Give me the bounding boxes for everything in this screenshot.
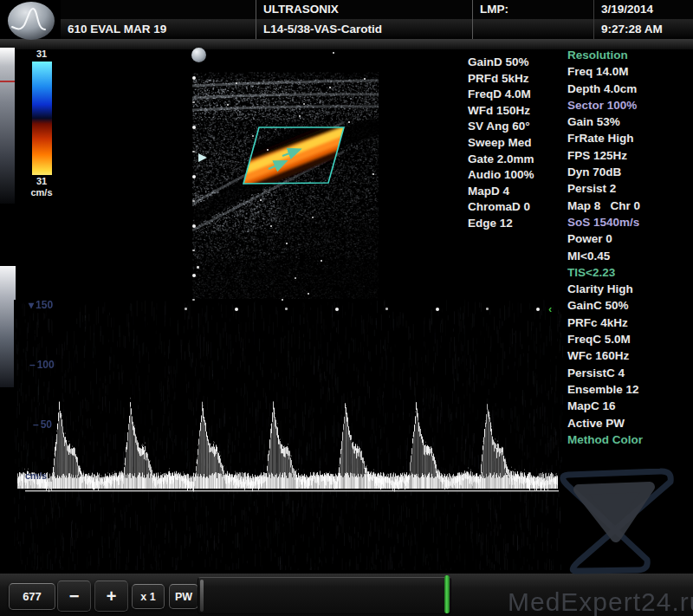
param-line: Map 8 Chr 0	[567, 198, 643, 214]
color-scale-unit: cm/s	[27, 187, 56, 198]
header-bar: 610 EVAL MAR 19 ULTRASONIX L14-5/38-VAS-…	[0, 0, 693, 39]
param-line: Power 0	[567, 230, 643, 247]
param-line: FPS 125Hz	[567, 147, 643, 164]
param-line: Active PW	[567, 415, 643, 431]
speckle-dot	[260, 199, 262, 201]
param-line: PRFd 5kHz	[468, 71, 534, 88]
speckle-dot	[227, 104, 229, 106]
bmode-image-area	[192, 72, 379, 299]
param-line: Dyn 70dB	[567, 164, 643, 180]
time-ruler-dot	[335, 308, 339, 311]
param-line: Depth 4.0cm	[567, 81, 643, 97]
param-line: Sweep Med	[468, 135, 534, 152]
velocity-tick-100: –100	[29, 359, 55, 371]
lmp-label: LMP:	[473, 0, 593, 19]
speckle-dot	[282, 299, 283, 301]
param-line: Edge 12	[468, 216, 534, 232]
param-line: MI<0.45	[567, 248, 643, 264]
speckle-dot	[197, 266, 199, 269]
speckle-dot	[312, 217, 314, 218]
patient-id: 610 EVAL MAR 19	[61, 19, 256, 39]
speckle-dot	[321, 260, 322, 262]
color-scale-min: 31	[27, 176, 56, 186]
sweep-cursor-icon: ‹	[548, 302, 552, 315]
speckle-dot	[308, 293, 309, 295]
param-line: PersistC 4	[567, 365, 643, 381]
depth-ruler-dot	[192, 224, 196, 228]
cine-step-back-button[interactable]: −	[57, 580, 91, 612]
param-line: WFc 160Hz	[567, 347, 643, 364]
transducer-preset: L14-5/38-VAS-Carotid	[256, 19, 472, 39]
speckle-dot	[348, 121, 350, 123]
param-line: Gain 53%	[567, 113, 643, 130]
depth-ruler-dot	[192, 175, 196, 178]
speckle-dot	[364, 78, 366, 80]
param-line: MapC 16	[567, 398, 643, 414]
time-ruler-dot	[235, 308, 238, 311]
color-doppler-box-overlay	[192, 72, 379, 299]
focus-arrow-icon	[198, 153, 207, 162]
color-doppler-scale-bar	[32, 62, 52, 175]
time-ruler-dot	[185, 308, 187, 310]
param-line: FrRate High	[567, 130, 643, 146]
speckle-dot	[333, 52, 334, 54]
depth-ruler-dot	[192, 200, 195, 203]
doppler-parameter-column: GainD 50%PRFd 5kHzFreqD 4.0MWFd 150HzSV …	[468, 55, 534, 232]
param-line: Resolution	[567, 47, 643, 63]
param-line: SoS 1540m/s	[567, 214, 643, 230]
param-line: FreqD 4.0M	[468, 87, 534, 103]
param-line: FreqC 5.0M	[567, 331, 643, 347]
pw-mode-button[interactable]: PW	[169, 584, 198, 609]
speckle-dot	[252, 135, 254, 137]
time-ruler-dot	[486, 308, 489, 310]
speckle-dot	[303, 103, 305, 105]
scrubber-bevel	[200, 580, 204, 612]
param-line: PRFc 4kHz	[567, 314, 643, 331]
header-patient-cell: 610 EVAL MAR 19	[61, 0, 256, 39]
time-ruler-dot	[436, 308, 439, 311]
depth-ruler-dot	[192, 126, 196, 129]
param-line: ChromaD 0	[468, 199, 534, 216]
cine-step-forward-button[interactable]: +	[94, 580, 128, 612]
speckle-dot	[267, 149, 269, 151]
speckle-dot	[295, 277, 296, 279]
param-line: Audio 100%	[468, 167, 534, 184]
param-line: WFd 150Hz	[468, 103, 534, 120]
velocity-tick-50: –50	[33, 418, 52, 431]
speckle-dot	[299, 115, 301, 117]
cine-position-marker[interactable]	[444, 575, 450, 613]
lmp-value-blank	[473, 19, 593, 39]
probe-orientation-marker	[191, 48, 206, 62]
param-line: Ensemble 12	[567, 381, 643, 398]
param-line: GainC 50%	[567, 297, 643, 314]
param-line: Sector 100%	[567, 97, 643, 113]
header-system-cell: ULTRASONIX L14-5/38-VAS-Carotid	[256, 0, 472, 39]
param-line: TIS<2.23	[567, 264, 643, 281]
patient-name-blank	[61, 0, 256, 19]
spectral-doppler-display	[14, 300, 563, 570]
param-line: Gate 2.0mm	[468, 152, 534, 168]
system-name: ULTRASONIX	[256, 0, 472, 19]
speckle-dot	[329, 87, 331, 88]
depth-ruler-dot	[192, 151, 195, 153]
param-line: Clarity High	[567, 281, 643, 297]
playback-speed-button[interactable]: x 1	[132, 584, 165, 609]
spectral-unit-label: cm/s	[25, 470, 47, 481]
param-line: MapD 4	[468, 184, 534, 200]
depth-ruler-dot	[192, 101, 195, 104]
frame-counter-button[interactable]: 677	[9, 583, 55, 610]
header-lmp-cell: LMP:	[472, 0, 593, 39]
tick-dash-icon: –	[33, 418, 39, 431]
color-scale-max: 31	[27, 49, 56, 59]
grayscale-map-bar	[0, 48, 15, 204]
time-ruler-dot	[285, 308, 288, 310]
param-line: Method Color	[567, 431, 643, 448]
ultrasonix-logo-icon	[6, 1, 56, 41]
exam-time: 9:27:28 AM	[594, 19, 693, 39]
gray-map-marker	[0, 81, 15, 82]
cine-scrubber[interactable]	[198, 577, 451, 614]
time-ruler-dot	[536, 308, 540, 311]
depth-ruler-dot	[192, 76, 196, 80]
speckle-dot	[372, 173, 374, 175]
velocity-tick-150: ▾150	[29, 299, 53, 311]
